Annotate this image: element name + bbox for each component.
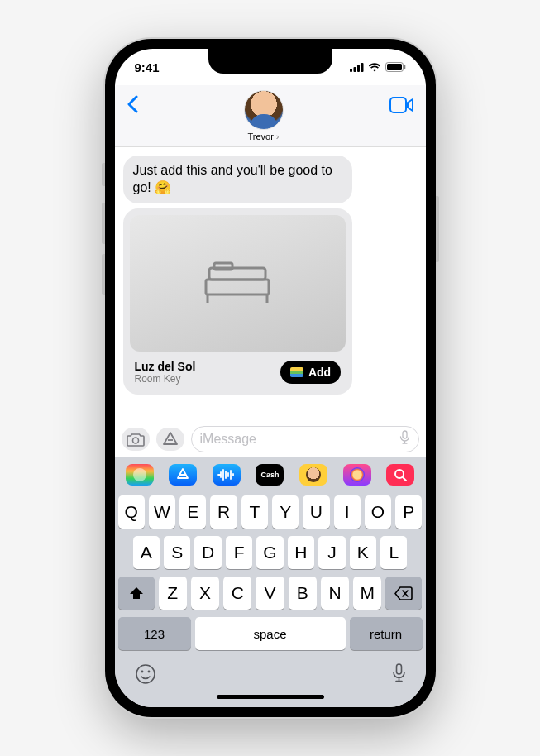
key-p[interactable]: P xyxy=(395,495,422,529)
home-indicator[interactable] xyxy=(217,695,324,699)
svg-rect-6 xyxy=(404,65,405,69)
key-d[interactable]: D xyxy=(194,536,221,569)
key-l[interactable]: L xyxy=(380,536,407,569)
svg-rect-3 xyxy=(361,63,363,72)
camera-button[interactable] xyxy=(122,428,150,451)
key-y[interactable]: Y xyxy=(272,495,299,529)
keyboard: QWERTYUIOP ASDFGHJKL ZXCVBNM 123 space r… xyxy=(115,492,426,707)
space-key[interactable]: space xyxy=(195,617,346,650)
facetime-button[interactable] xyxy=(389,90,414,117)
key-s[interactable]: S xyxy=(164,536,190,569)
audio-app-icon[interactable] xyxy=(213,464,241,486)
app-store-button[interactable] xyxy=(156,428,184,451)
conversation-header: Trevor xyxy=(115,85,426,147)
svg-point-20 xyxy=(141,671,143,673)
numbers-key[interactable]: 123 xyxy=(118,617,191,650)
key-b[interactable]: B xyxy=(289,577,317,610)
wallet-pass-card[interactable]: Luz del Sol Room Key Add xyxy=(123,208,353,395)
svg-rect-22 xyxy=(396,664,401,674)
key-c[interactable]: C xyxy=(223,577,251,610)
key-i[interactable]: I xyxy=(334,495,361,529)
bed-icon xyxy=(204,261,270,304)
wifi-icon xyxy=(368,60,381,74)
emoji-key[interactable] xyxy=(135,663,156,688)
wallet-icon xyxy=(290,367,303,377)
key-z[interactable]: Z xyxy=(159,577,187,610)
notch xyxy=(208,49,332,74)
svg-rect-1 xyxy=(353,67,356,72)
svg-point-16 xyxy=(133,468,146,481)
search-app-icon[interactable] xyxy=(386,464,414,486)
volume-down-button[interactable] xyxy=(102,254,105,295)
svg-rect-0 xyxy=(350,69,352,72)
messages-list[interactable]: Just add this and you'll be good to go! … xyxy=(115,147,426,421)
key-u[interactable]: U xyxy=(303,495,329,529)
contact-info[interactable]: Trevor xyxy=(244,90,284,141)
svg-point-19 xyxy=(136,665,155,683)
memoji-app-icon[interactable] xyxy=(299,464,327,486)
card-subtitle: Room Key xyxy=(135,373,196,385)
key-q[interactable]: Q xyxy=(118,495,145,529)
back-button[interactable] xyxy=(127,90,138,119)
svg-point-21 xyxy=(147,671,150,673)
svg-rect-5 xyxy=(387,64,402,70)
message-placeholder: iMessage xyxy=(200,432,256,447)
card-title: Luz del Sol xyxy=(135,360,196,373)
shift-key[interactable] xyxy=(118,577,155,610)
svg-line-18 xyxy=(403,477,406,481)
card-preview xyxy=(130,215,346,352)
mute-switch[interactable] xyxy=(102,163,105,186)
photos-app-icon[interactable] xyxy=(126,464,154,486)
svg-rect-9 xyxy=(214,263,232,270)
key-g[interactable]: G xyxy=(256,536,283,569)
key-j[interactable]: J xyxy=(318,536,345,569)
key-o[interactable]: O xyxy=(365,495,391,529)
key-r[interactable]: R xyxy=(210,495,237,529)
key-e[interactable]: E xyxy=(179,495,206,529)
delete-key[interactable] xyxy=(385,577,422,610)
dictation-icon[interactable] xyxy=(399,430,410,448)
svg-rect-15 xyxy=(403,431,407,438)
cellular-icon xyxy=(350,60,364,74)
message-input[interactable]: iMessage xyxy=(191,426,419,452)
svg-rect-2 xyxy=(357,65,360,72)
imessage-app-strip: Cash xyxy=(115,457,426,492)
return-key[interactable]: return xyxy=(350,617,423,650)
add-label: Add xyxy=(308,366,331,379)
svg-point-13 xyxy=(132,438,138,443)
message-text: Just add this and you'll be good to go! … xyxy=(133,163,332,194)
key-f[interactable]: F xyxy=(226,536,252,569)
key-w[interactable]: W xyxy=(149,495,175,529)
incoming-message[interactable]: Just add this and you'll be good to go! … xyxy=(123,156,353,203)
stickers-app-icon[interactable] xyxy=(343,464,371,486)
battery-icon xyxy=(385,60,406,74)
svg-rect-10 xyxy=(206,280,269,294)
power-button[interactable] xyxy=(436,196,439,262)
key-v[interactable]: V xyxy=(256,577,284,610)
key-x[interactable]: X xyxy=(191,577,219,610)
key-a[interactable]: A xyxy=(133,536,160,569)
contact-avatar xyxy=(244,90,284,130)
iphone-frame: 9:41 Trevor xyxy=(105,39,436,717)
dictation-key[interactable] xyxy=(392,663,406,688)
appstore-app-icon[interactable] xyxy=(169,464,197,486)
compose-bar: iMessage xyxy=(115,421,426,457)
status-time: 9:41 xyxy=(135,60,160,74)
volume-up-button[interactable] xyxy=(102,203,105,244)
svg-rect-7 xyxy=(390,98,406,112)
key-h[interactable]: H xyxy=(288,536,314,569)
key-k[interactable]: K xyxy=(350,536,376,569)
key-n[interactable]: N xyxy=(321,577,349,610)
key-t[interactable]: T xyxy=(241,495,268,529)
contact-name-label: Trevor xyxy=(247,132,279,141)
add-to-wallet-button[interactable]: Add xyxy=(280,361,341,384)
apple-cash-icon[interactable]: Cash xyxy=(256,464,284,486)
key-m[interactable]: M xyxy=(353,577,381,610)
